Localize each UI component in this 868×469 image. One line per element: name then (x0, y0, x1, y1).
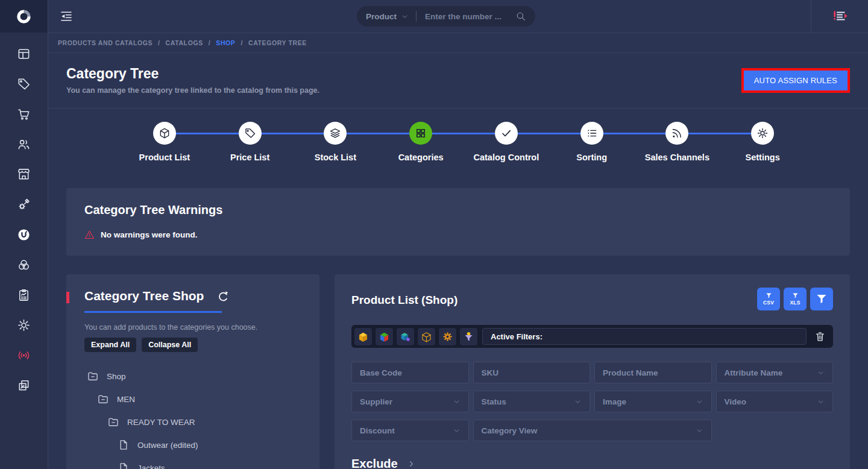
tag-icon (17, 77, 31, 91)
step-label: Product List (139, 153, 190, 162)
select-label: Image (603, 397, 626, 406)
product-list-export-buttons: CSV XLS (757, 288, 833, 310)
sidebar-item-integrations[interactable] (0, 250, 48, 280)
export-csv-button[interactable]: CSV (757, 288, 780, 310)
tree-node-ready-to-wear[interactable]: READY TO WEAR (84, 411, 301, 433)
step-settings[interactable]: Settings (720, 109, 805, 162)
step-product-list[interactable]: Product List (122, 109, 207, 162)
filter-status[interactable]: Status (473, 391, 591, 412)
tree-node-shop[interactable]: Shop (84, 365, 301, 388)
sidebar-item-pages[interactable] (0, 370, 48, 400)
gear-orange-icon (442, 331, 453, 342)
step-catalog-control[interactable]: Catalog Control (464, 109, 549, 162)
breadcrumb-products-and-catalogs[interactable]: PRODUCTS AND CATALOGS (58, 39, 153, 46)
sidebar-item-customers[interactable] (0, 129, 48, 159)
warning-triangle-icon (84, 230, 95, 240)
collapse-sidebar-button[interactable] (59, 9, 74, 24)
step-circle (239, 122, 262, 145)
active-filters-field[interactable]: Active Filters: (482, 328, 807, 345)
sidebar-item-reports[interactable] (0, 280, 48, 310)
tree-node-outwear[interactable]: Outwear (edited) (84, 433, 301, 456)
product-name-input[interactable] (603, 368, 703, 377)
quick-filter-outline-cube[interactable] (418, 328, 435, 345)
chevron-down-icon (401, 13, 409, 20)
tree-node-jackets[interactable]: Jackets (84, 456, 301, 469)
layers-icon (329, 127, 341, 139)
select-label: Discount (360, 426, 395, 435)
main-content: Category Tree You can manage the categor… (48, 53, 868, 469)
base-code-input[interactable] (360, 368, 461, 377)
breadcrumb-shop[interactable]: SHOP (216, 39, 235, 46)
category-tree-warnings-panel: Category Tree Warnings No warnings were … (66, 188, 850, 256)
search-input[interactable] (424, 11, 515, 22)
step-label: Sales Channels (645, 153, 709, 162)
filter-image[interactable]: Image (594, 391, 712, 412)
quick-filter-teal-cube[interactable] (397, 328, 414, 345)
step-categories[interactable]: Categories (378, 109, 464, 162)
sidebar-item-tags[interactable] (0, 69, 48, 99)
breadcrumb-category-tree[interactable]: CATEGORY TREE (248, 39, 307, 46)
release-notes-button[interactable] (811, 0, 868, 33)
filter-grid: Attribute Name Supplier Status Image (351, 362, 833, 441)
step-price-list[interactable]: Price List (207, 109, 293, 162)
sidebar-item-live[interactable] (0, 340, 48, 370)
sku-input[interactable] (482, 368, 582, 377)
step-sales-channels[interactable]: Sales Channels (635, 109, 720, 162)
sidebar-item-dashboard[interactable] (0, 39, 48, 69)
collapse-all-button[interactable]: Collapse All (142, 338, 198, 352)
quick-filter-gear[interactable] (439, 328, 456, 345)
filter-discount[interactable]: Discount (351, 420, 469, 441)
step-stock-list[interactable]: Stock List (293, 109, 379, 162)
sidebar-item-orders[interactable] (0, 99, 48, 129)
cart-icon (17, 107, 31, 121)
export-xls-button[interactable]: XLS (784, 288, 807, 310)
filter-button[interactable] (810, 288, 833, 310)
page-subtitle: You can manage the category tree linked … (66, 86, 319, 95)
gear-icon (17, 318, 31, 332)
product-list-title: Product List (Shop) (351, 294, 458, 307)
page-title: Category Tree (66, 66, 319, 81)
filter-supplier[interactable]: Supplier (351, 391, 469, 412)
quick-filter-funnel-bulb[interactable] (460, 328, 477, 345)
tree-node-label: MEN (117, 395, 135, 404)
search-submit[interactable] (515, 11, 526, 22)
auto-assign-rules-button[interactable]: AUTO ASSIGN RULES (744, 71, 848, 90)
expand-all-button[interactable]: Expand All (84, 338, 136, 352)
category-tree-title-row: Category Tree Shop (84, 289, 301, 303)
step-label: Catalog Control (474, 153, 539, 162)
quick-filter-rgb-cube[interactable] (376, 328, 393, 345)
folder-minus-icon (107, 416, 119, 428)
sidebar-item-settings[interactable] (0, 310, 48, 340)
breadcrumb-catalogs[interactable]: CATALOGS (166, 39, 203, 46)
sidebar-item-tools[interactable] (0, 189, 48, 219)
file-icon (118, 462, 130, 469)
app-logo[interactable] (0, 0, 48, 33)
funnel-bulb-icon (463, 331, 474, 342)
category-tree-title: Category Tree Shop (84, 289, 204, 303)
refresh-tree-button[interactable] (217, 290, 230, 303)
exclude-section-toggle[interactable]: Exclude (351, 457, 833, 469)
step-circle (324, 122, 347, 145)
step-circle (665, 122, 688, 145)
warnings-title: Category Tree Warnings (84, 203, 832, 217)
chevron-down-icon (817, 369, 825, 377)
dashboard-icon (17, 47, 31, 61)
quick-filter-gold-cube[interactable] (354, 328, 372, 345)
filter-attribute-name[interactable]: Attribute Name (716, 362, 834, 383)
clear-filters-button[interactable] (814, 331, 826, 342)
search-category-dropdown[interactable]: Product (366, 12, 409, 21)
breadcrumb-separator: / (241, 39, 243, 46)
category-tree-description: You can add products to the categories y… (84, 323, 301, 332)
sidebar-item-store[interactable] (0, 159, 48, 189)
step-sorting[interactable]: Sorting (549, 109, 635, 162)
store-icon (17, 168, 31, 181)
filter-video[interactable]: Video (716, 391, 834, 412)
tree-node-men[interactable]: MEN (84, 388, 301, 411)
tree-actions: Expand All Collapse All (84, 338, 301, 352)
step-circle (580, 122, 603, 145)
sidebar-item-brand[interactable] (0, 219, 48, 250)
live-broadcast-icon (17, 348, 31, 362)
folder-minus-icon (97, 393, 109, 405)
search-divider (416, 11, 417, 22)
filter-category-view[interactable]: Category View (473, 420, 712, 441)
